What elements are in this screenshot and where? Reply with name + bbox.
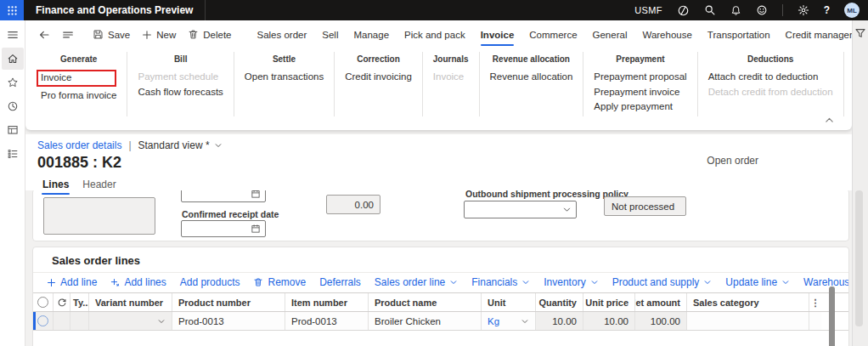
confirmed-receipt-date-input[interactable] (181, 220, 266, 237)
app-launcher-waffle-icon[interactable] (0, 0, 24, 20)
tab-lines[interactable]: Lines (37, 177, 74, 195)
row-sales-category-cell[interactable] (687, 312, 809, 330)
page-scrollbar[interactable] (855, 190, 863, 326)
sitemap-menu-icon[interactable] (56, 24, 80, 46)
row-variant-number-cell[interactable] (89, 312, 172, 330)
sync-column[interactable] (54, 293, 70, 311)
notifications-bell-icon[interactable] (730, 5, 741, 16)
calendar-icon[interactable] (251, 224, 261, 234)
home-icon[interactable] (2, 48, 24, 70)
open-transactions-action[interactable]: Open transactions (245, 70, 324, 85)
add-line-button[interactable]: Add line (47, 276, 97, 288)
grid-options-menu[interactable]: ⋮ (809, 293, 821, 311)
column-header-item-number[interactable]: Item number (285, 293, 369, 311)
row-item-number-link[interactable]: Prod-0013 (285, 312, 369, 330)
grid-scrollbar[interactable] (829, 286, 835, 346)
ribbon-groups: Generate Invoice Pro forma invoice Bill … (25, 48, 852, 116)
remove-button[interactable]: Remove (253, 276, 306, 288)
row-quantity-cell[interactable]: 10.00 (536, 312, 583, 330)
delete-button[interactable]: Delete (182, 24, 237, 46)
row-select-radio[interactable] (33, 312, 54, 330)
update-line-menu[interactable]: Update line (725, 276, 790, 288)
tab-sales-order[interactable]: Sales order (249, 20, 314, 48)
row-unit-cell[interactable]: Kg (482, 312, 536, 330)
view-name-label: Standard view * (138, 139, 210, 151)
tab-manage[interactable]: Manage (346, 20, 397, 48)
group-title: Settle (245, 54, 324, 64)
tab-warehouse[interactable]: Warehouse (634, 20, 699, 48)
credit-invoicing-action[interactable]: Credit invoicing (345, 70, 412, 85)
collapse-ribbon-chevron-icon[interactable] (824, 115, 835, 126)
tab-transportation[interactable]: Transportation (700, 20, 778, 48)
app-title[interactable]: Finance and Operations Preview (24, 0, 206, 20)
breadcrumb-link[interactable]: Sales order details (37, 139, 121, 151)
pro-forma-invoice-action[interactable]: Pro forma invoice (41, 88, 116, 104)
column-header-variant-number[interactable]: Variant number (89, 293, 172, 311)
modules-list-icon[interactable] (2, 143, 24, 165)
column-header-sales-category[interactable]: Sales category (687, 293, 809, 311)
company-selector[interactable]: USMF (634, 5, 662, 15)
tab-commerce[interactable]: Commerce (521, 20, 584, 48)
row-product-name-cell[interactable]: Broiler Chicken (369, 312, 482, 330)
column-header-unit[interactable]: Unit (482, 293, 536, 311)
product-and-supply-menu[interactable]: Product and supply (612, 276, 713, 288)
deferrals-button[interactable]: Deferrals (319, 276, 361, 288)
workspaces-icon[interactable] (2, 119, 24, 141)
add-lines-button[interactable]: Add lines (110, 276, 166, 288)
settings-gear-icon[interactable] (798, 4, 809, 16)
cash-flow-forecasts-action[interactable]: Cash flow forecasts (138, 85, 223, 100)
row-net-amount-cell[interactable]: 100.00 (635, 312, 687, 330)
favorites-star-icon[interactable] (2, 71, 24, 94)
feedback-smiley-icon[interactable] (756, 4, 768, 16)
filter-funnel-icon[interactable] (853, 27, 868, 39)
column-header-unit-price[interactable]: Unit price (583, 293, 635, 311)
select-all-column[interactable] (33, 293, 54, 311)
column-header-product-name[interactable]: Product name (369, 293, 482, 311)
user-avatar[interactable]: ML (844, 3, 860, 18)
attach-credit-action[interactable]: Attach credit to deduction (708, 70, 833, 85)
prepayment-invoice-action[interactable]: Prepayment invoice (594, 85, 686, 100)
amount-value: 0.00 (355, 200, 374, 210)
column-header-product-number[interactable]: Product number (172, 293, 285, 311)
row-unit-price-cell[interactable]: 10.00 (583, 312, 635, 330)
tab-header[interactable]: Header (77, 177, 121, 195)
column-header-quantity[interactable]: Quantity (536, 293, 583, 311)
prepayment-proposal-action[interactable]: Prepayment proposal (594, 70, 686, 85)
journal-invoice-action: Invoice (433, 70, 469, 85)
add-products-button[interactable]: Add products (180, 276, 240, 288)
save-button[interactable]: Save (87, 24, 136, 46)
chevron-down-icon (449, 278, 458, 286)
search-icon[interactable] (704, 4, 716, 16)
column-header-net-amount[interactable]: Net amount (635, 293, 687, 311)
tab-pick-and-pack[interactable]: Pick and pack (397, 20, 473, 48)
environment-icon[interactable] (677, 4, 690, 17)
save-floppy-icon (93, 29, 104, 40)
back-button[interactable] (32, 24, 56, 46)
group-bill: Bill Payment schedule Cash flow forecast… (127, 52, 234, 116)
warehouse-menu[interactable]: Warehouse (803, 276, 849, 288)
view-selector[interactable]: Standard view * (138, 139, 223, 151)
inventory-menu[interactable]: Inventory (544, 276, 598, 288)
recent-clock-icon[interactable] (2, 95, 24, 117)
row-product-number-cell[interactable]: Prod-0013 (172, 312, 285, 330)
chevron-down-icon (562, 205, 572, 214)
column-header-type[interactable]: Ty... (70, 293, 89, 311)
tab-sell[interactable]: Sell (314, 20, 346, 48)
help-icon[interactable]: ? (824, 4, 830, 16)
new-button[interactable]: New (136, 24, 182, 46)
financials-menu[interactable]: Financials (471, 276, 530, 288)
invoice-action-highlighted[interactable]: Invoice (37, 70, 116, 87)
processing-status-value: Not processed (612, 201, 674, 212)
revenue-allocation-action[interactable]: Revenue allocation (490, 70, 573, 85)
tab-invoice[interactable]: Invoice (473, 20, 522, 48)
hamburger-menu-icon[interactable] (2, 24, 24, 46)
radio-circle-icon (37, 297, 48, 308)
group-title: Journals (433, 54, 469, 64)
tab-general[interactable]: General (585, 20, 635, 48)
sales-order-line-menu[interactable]: Sales order line (375, 276, 458, 288)
left-navigation-rail (0, 20, 25, 346)
apply-prepayment-action[interactable]: Apply prepayment (594, 99, 686, 115)
table-row[interactable]: Prod-0013 Prod-0013 Broiler Chicken Kg 1… (33, 312, 848, 331)
outbound-policy-dropdown[interactable] (464, 201, 577, 218)
unit-link[interactable]: Kg (488, 316, 499, 326)
